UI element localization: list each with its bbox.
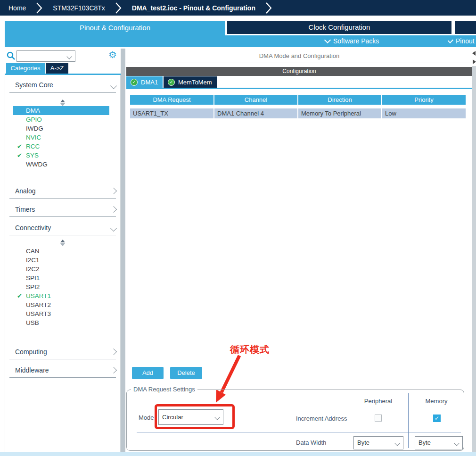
section-computing[interactable]: Computing xyxy=(15,348,47,356)
chevron-right-icon xyxy=(36,2,42,14)
checkmark-icon: ✔ xyxy=(17,142,22,151)
sidebar-item-usb[interactable]: USB xyxy=(5,318,121,327)
memory-column-label: Memory xyxy=(415,398,458,405)
chevron-right-icon xyxy=(115,2,122,14)
table-row-cell-priority[interactable]: Low xyxy=(382,108,466,118)
collapse-left-icon[interactable] xyxy=(472,51,476,56)
table-row-cell-dma-request[interactable]: USART1_TX xyxy=(130,108,213,118)
tab-clock-configuration[interactable]: Clock Configuration xyxy=(227,21,451,34)
section-middleware[interactable]: Middleware xyxy=(15,366,49,374)
breadcrumb-mcu[interactable]: STM32F103C8Tx xyxy=(53,4,105,12)
section-timers[interactable]: Timers xyxy=(15,206,35,213)
sidebar-item-spi1[interactable]: SPI1 xyxy=(5,274,121,282)
software-packs-dropdown[interactable]: Software Packs xyxy=(325,37,379,45)
section-analog[interactable]: Analog xyxy=(15,187,36,195)
divider xyxy=(9,216,116,217)
breadcrumb-project[interactable]: DMA_test2.ioc - Pinout & Configuration xyxy=(132,4,255,12)
section-connectivity[interactable]: Connectivity xyxy=(15,224,51,232)
main-scrollbar[interactable] xyxy=(472,66,476,452)
breadcrumb-home[interactable]: Home xyxy=(8,4,26,12)
settings-horizontal-divider xyxy=(137,432,461,432)
chevron-down-icon xyxy=(454,440,459,446)
divider xyxy=(9,198,116,199)
data-width-label: Data Width xyxy=(296,439,326,446)
configuration-header: Configuration xyxy=(126,67,472,76)
column-header-priority: Priority xyxy=(382,95,466,105)
gear-icon[interactable]: ⚙ xyxy=(108,49,117,60)
peripheral-data-width-select[interactable]: Byte xyxy=(353,436,403,449)
sidebar-item-i2c1[interactable]: I2C1 xyxy=(5,256,121,265)
pinout-menu-label: Pinout xyxy=(456,37,475,45)
sidebar-item-nvic[interactable]: NVIC xyxy=(5,133,121,142)
sidebar-item-wwdg[interactable]: WWDG xyxy=(5,160,121,169)
sidebar-item-sys[interactable]: ✔SYS xyxy=(5,151,121,160)
tab-pinout-configuration[interactable]: Pinout & Configuration xyxy=(5,21,225,35)
tab-next-partial[interactable] xyxy=(455,21,476,34)
tab-categories[interactable]: Categories xyxy=(6,63,45,74)
divider xyxy=(9,377,116,378)
sidebar-item-i2c2[interactable]: I2C2 xyxy=(5,265,121,274)
green-check-circle-icon: ✓ xyxy=(168,79,175,86)
stm32cubemx-window: Home STM32F103C8Tx DMA_test2.ioc - Pinou… xyxy=(0,0,476,456)
divider xyxy=(9,92,116,93)
sidebar-item-rcc[interactable]: ✔RCC xyxy=(5,142,121,151)
sidebar-item-usart1[interactable]: ✔USART1 xyxy=(5,291,121,300)
sidebar-item-usart2[interactable]: USART2 xyxy=(5,300,121,309)
annotation-highlight-box xyxy=(155,404,235,429)
tab-a-to-z[interactable]: A->Z xyxy=(46,63,68,74)
increment-address-label: Increment Address xyxy=(296,415,347,422)
sidebar-item-dma[interactable]: DMA xyxy=(13,106,109,115)
settings-vertical-divider xyxy=(408,393,409,448)
table-row-cell-channel[interactable]: DMA1 Channel 4 xyxy=(214,108,297,118)
column-header-direction: Direction xyxy=(298,95,381,105)
divider xyxy=(9,235,116,235)
breadcrumb: Home STM32F103C8Tx DMA_test2.ioc - Pinou… xyxy=(0,0,476,16)
green-check-circle-icon: ✓ xyxy=(131,79,138,86)
column-header-channel: Channel xyxy=(214,95,297,105)
memory-increment-checkbox[interactable]: ✓ xyxy=(433,415,441,422)
sidebar-item-spi2[interactable]: SPI2 xyxy=(5,282,121,291)
divider xyxy=(9,359,116,359)
chevron-right-icon xyxy=(266,2,272,14)
checkmark-icon: ✔ xyxy=(17,151,22,160)
add-button[interactable]: Add xyxy=(132,367,164,379)
bottom-status-strip xyxy=(0,452,476,456)
tab-dma1[interactable]: ✓ DMA1 xyxy=(126,76,163,88)
section-system-core[interactable]: System Core xyxy=(15,81,53,89)
chevron-down-icon xyxy=(324,37,331,43)
sidebar-item-iwdg[interactable]: IWDG xyxy=(5,124,121,133)
mode-label: Mode xyxy=(139,414,154,421)
tab-underline xyxy=(126,88,472,89)
checkmark-icon: ✔ xyxy=(17,291,22,300)
search-input[interactable] xyxy=(16,50,75,62)
sidebar-item-can[interactable]: CAN xyxy=(5,247,121,256)
search-icon xyxy=(7,51,16,60)
column-header-dma-request: DMA Request xyxy=(130,95,213,105)
chevron-down-icon xyxy=(448,37,453,43)
sidebar-scrollbar[interactable] xyxy=(121,49,125,452)
memory-data-width-select[interactable]: Byte xyxy=(415,436,463,449)
dma-request-settings-legend: DMA Request Settings xyxy=(131,386,197,393)
chevron-down-icon xyxy=(66,54,72,59)
tab-memtomem[interactable]: ✓ MemToMem xyxy=(164,76,217,88)
software-packs-label: Software Packs xyxy=(333,37,379,45)
chevron-down-icon xyxy=(394,440,400,446)
table-row-cell-direction[interactable]: Memory To Peripheral xyxy=(298,108,381,118)
toolbar-bluebar xyxy=(5,35,476,47)
sidebar-item-usart3[interactable]: USART3 xyxy=(5,309,121,318)
delete-button[interactable]: Delete xyxy=(170,367,202,379)
collapse-right-icon[interactable] xyxy=(473,59,476,64)
panel-title: DMA Mode and Configuration xyxy=(126,49,472,63)
sidebar-item-gpio[interactable]: GPIO xyxy=(5,115,121,124)
peripheral-column-label: Peripheral xyxy=(358,398,398,405)
peripheral-increment-checkbox[interactable] xyxy=(375,415,382,422)
pinout-dropdown[interactable]: Pinout xyxy=(448,37,476,45)
